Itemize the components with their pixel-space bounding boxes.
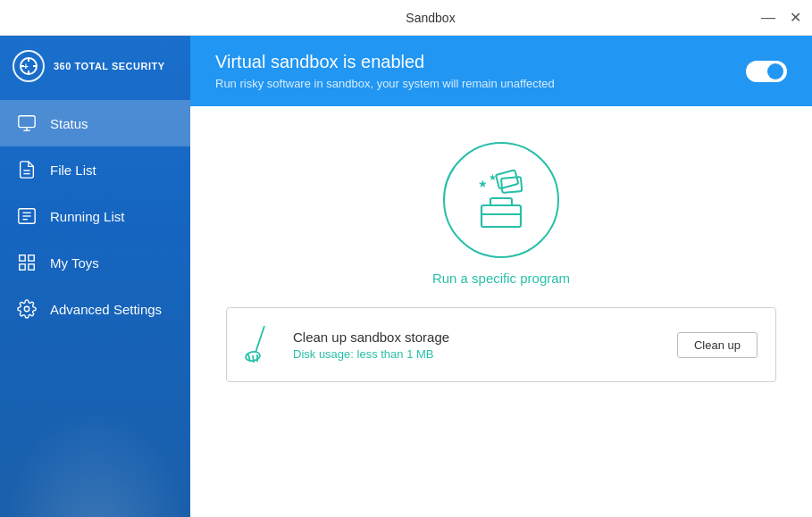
toggle-thumb	[767, 63, 783, 79]
sidebar-item-status[interactable]: Status	[0, 100, 190, 146]
sidebar-label-status: Status	[50, 116, 88, 131]
cleanup-card: Clean up sandbox storage Disk usage: les…	[226, 307, 776, 382]
svg-rect-6	[19, 116, 35, 128]
header-text: Virtual sandbox is enabled Run risky sof…	[215, 52, 555, 90]
window-controls: — ✕	[761, 11, 801, 25]
svg-line-26	[255, 326, 264, 353]
monitor-icon	[16, 113, 38, 134]
svg-rect-24	[481, 205, 521, 227]
logo-area: + 360 TOTAL SECURITY	[0, 36, 190, 100]
gear-icon	[16, 298, 38, 320]
svg-rect-22	[496, 170, 518, 188]
sandbox-action-label: Run a specific program	[432, 271, 570, 286]
svg-rect-16	[29, 255, 34, 261]
sidebar: + 360 TOTAL SECURITY Status	[0, 36, 190, 517]
list-icon	[16, 205, 38, 227]
svg-point-19	[24, 306, 29, 312]
sidebar-label-file-list: File List	[50, 163, 96, 178]
svg-rect-18	[29, 264, 34, 270]
logo-icon: +	[13, 50, 45, 82]
logo-text: 360 TOTAL SECURITY	[54, 60, 165, 72]
sandbox-toggle[interactable]	[746, 61, 787, 82]
cleanup-button[interactable]: Clean up	[677, 332, 758, 358]
title-bar: Sandbox — ✕	[0, 0, 812, 36]
content-area: Virtual sandbox is enabled Run risky sof…	[190, 36, 812, 517]
cleanup-title: Clean up sandbox storage	[293, 329, 665, 345]
close-button[interactable]: ✕	[790, 11, 801, 25]
cleanup-subtitle: Disk usage: less than 1 MB	[293, 347, 665, 361]
sidebar-label-my-toys: My Toys	[50, 255, 99, 271]
sidebar-item-my-toys[interactable]: My Toys	[0, 239, 190, 286]
main-content: ★ ★ Run a specific program	[190, 106, 812, 517]
toggle-track	[746, 61, 787, 82]
svg-line-29	[253, 355, 254, 363]
sidebar-label-running-list: Running List	[50, 209, 124, 224]
file-icon	[16, 159, 38, 180]
svg-text:+: +	[23, 62, 29, 71]
svg-rect-17	[20, 264, 25, 270]
sandbox-circle-icon: ★ ★	[443, 142, 559, 258]
sidebar-label-advanced-settings: Advanced Settings	[50, 302, 162, 317]
window-title: Sandbox	[100, 11, 761, 25]
app-body: + 360 TOTAL SECURITY Status	[0, 36, 812, 517]
sidebar-item-running-list[interactable]: Running List	[0, 193, 190, 239]
header-subtitle: Run risky software in sandbox, your syst…	[215, 77, 555, 90]
sidebar-item-advanced-settings[interactable]: Advanced Settings	[0, 286, 190, 332]
grid-icon	[16, 252, 38, 273]
svg-rect-15	[20, 255, 25, 261]
sandbox-icon-area[interactable]: ★ ★ Run a specific program	[432, 142, 570, 286]
broom-icon	[245, 322, 280, 367]
minimize-button[interactable]: —	[761, 11, 775, 25]
header-band: Virtual sandbox is enabled Run risky sof…	[190, 36, 812, 106]
header-title: Virtual sandbox is enabled	[215, 52, 555, 72]
sidebar-item-file-list[interactable]: File List	[0, 146, 190, 193]
svg-text:★: ★	[478, 178, 488, 190]
cleanup-text: Clean up sandbox storage Disk usage: les…	[293, 329, 665, 361]
